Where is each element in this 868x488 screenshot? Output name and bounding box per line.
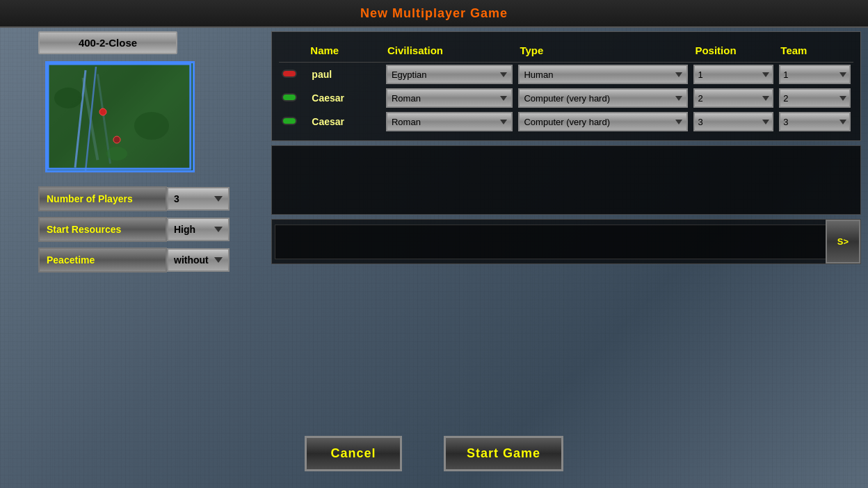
chat-area: S> (271, 219, 861, 264)
svg-point-4 (134, 112, 169, 140)
start-resources-label: Start Resources (38, 217, 167, 242)
player-dot-green2 (282, 117, 297, 125)
position-dropdown[interactable]: 2 (693, 88, 773, 108)
type-dropdown[interactable]: Human (518, 65, 688, 84)
player-dot-red (282, 70, 297, 78)
peacetime-dropdown[interactable]: without (167, 248, 230, 272)
svg-point-3 (54, 88, 82, 108)
civ-arrow-icon2 (500, 96, 507, 101)
player-indicator-cell (279, 63, 306, 87)
position-cell[interactable]: 3 (691, 110, 776, 133)
start-game-button[interactable]: Start Game (444, 436, 563, 471)
players-table: Name Civilisation Type Position Team (279, 39, 853, 133)
pos-arrow-icon2 (762, 96, 769, 101)
send-button[interactable]: S> (826, 220, 860, 263)
type-dropdown[interactable]: Computer (very hard) (518, 88, 688, 108)
title-bar: New Multiplayer Game (0, 0, 868, 28)
number-of-players-label: Number of Players (38, 186, 167, 211)
chat-input-field[interactable] (275, 225, 858, 259)
position-cell[interactable]: 2 (691, 86, 776, 110)
position-dropdown[interactable]: 1 (693, 65, 773, 84)
type-dropdown[interactable]: Computer (very hard) (518, 112, 688, 131)
player-indicator-cell (279, 86, 306, 110)
civilisation-dropdown[interactable]: Roman (386, 88, 513, 108)
main-window: New Multiplayer Game 400-2-Close (0, 0, 868, 488)
map-svg (47, 63, 193, 170)
number-of-players-dropdown[interactable]: 3 (167, 187, 230, 211)
th-name: Name (306, 39, 383, 63)
player-name: paul (309, 69, 332, 80)
civilisation-dropdown[interactable]: Roman (386, 112, 513, 131)
civ-arrow-icon (500, 72, 507, 77)
start-resources-dropdown[interactable]: High (167, 218, 230, 241)
civilisation-cell[interactable]: Roman (383, 86, 516, 110)
table-header-row: Name Civilisation Type Position Team (279, 39, 853, 63)
player-indicator-cell (279, 110, 306, 133)
civilisation-cell[interactable]: Roman (383, 110, 516, 133)
player-name-cell: Caesar (306, 110, 383, 133)
team-dropdown[interactable]: 3 (779, 112, 851, 131)
player-dot-green (282, 93, 297, 101)
table-row: Caesar Roman Computer (very hard) (279, 86, 853, 110)
left-panel: 400-2-Close (38, 31, 254, 446)
civilisation-dropdown[interactable]: Egyptian (386, 65, 513, 84)
dropdown-arrow-icon (214, 196, 223, 202)
bottom-buttons: Cancel Start Game (0, 418, 868, 488)
type-arrow-icon (675, 72, 682, 77)
number-of-players-row: Number of Players 3 (38, 186, 254, 211)
cancel-button[interactable]: Cancel (305, 436, 402, 471)
map-preview (45, 61, 195, 172)
civ-arrow-icon3 (500, 120, 507, 124)
team-cell[interactable]: 1 (776, 63, 853, 87)
player-name: Caesar (309, 92, 344, 104)
settings-section: Number of Players 3 Start Resources High… (38, 186, 254, 273)
players-table-container: Name Civilisation Type Position Team (271, 31, 861, 141)
info-area (271, 145, 861, 215)
svg-point-7 (113, 136, 120, 143)
team-arrow-icon2 (839, 96, 846, 101)
map-name-label: 400-2-Close (38, 31, 177, 54)
type-cell[interactable]: Computer (very hard) (515, 110, 691, 133)
th-type: Type (515, 39, 691, 63)
type-cell[interactable]: Computer (very hard) (515, 86, 691, 110)
type-arrow-icon2 (675, 96, 682, 101)
map-canvas (45, 61, 195, 172)
send-label: S> (837, 236, 849, 247)
pos-arrow-icon (762, 72, 769, 77)
svg-point-6 (99, 108, 106, 115)
player-name-cell: Caesar (306, 86, 383, 110)
window-title: New Multiplayer Game (360, 6, 508, 21)
player-name: Caesar (309, 116, 344, 127)
civilisation-cell[interactable]: Egyptian (383, 63, 516, 87)
th-position: Position (691, 39, 776, 63)
team-cell[interactable]: 2 (776, 86, 853, 110)
peacetime-label: Peacetime (38, 247, 167, 273)
pos-arrow-icon3 (762, 120, 769, 124)
peacetime-row: Peacetime without (38, 247, 254, 273)
table-row: paul Egyptian Human (279, 63, 853, 87)
th-civilisation: Civilisation (383, 39, 516, 63)
dropdown-arrow-icon2 (214, 227, 223, 232)
position-cell[interactable]: 1 (691, 63, 776, 87)
team-cell[interactable]: 3 (776, 110, 853, 133)
th-team: Team (776, 39, 853, 63)
team-dropdown[interactable]: 2 (779, 88, 851, 108)
start-resources-row: Start Resources High (38, 217, 254, 242)
th-indicator (279, 39, 306, 63)
right-panel: Name Civilisation Type Position Team (271, 31, 861, 446)
type-arrow-icon3 (675, 120, 682, 124)
dropdown-arrow-icon3 (214, 257, 223, 263)
type-cell[interactable]: Human (515, 63, 691, 87)
svg-point-5 (106, 147, 127, 161)
team-dropdown[interactable]: 1 (779, 65, 851, 84)
table-row: Caesar Roman Computer (very hard) (279, 110, 853, 133)
team-arrow-icon3 (839, 120, 846, 124)
team-arrow-icon (839, 72, 846, 77)
position-dropdown[interactable]: 3 (693, 112, 773, 131)
player-name-cell: paul (306, 63, 383, 87)
